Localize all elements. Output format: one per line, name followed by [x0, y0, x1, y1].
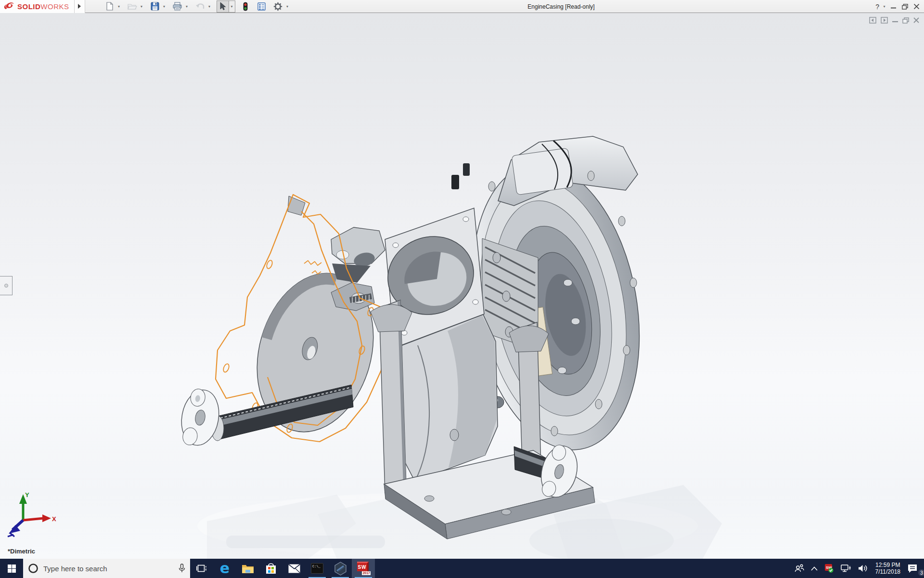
- select-tool-button[interactable]: [217, 0, 229, 13]
- mail-icon: [288, 564, 300, 573]
- open-dropdown[interactable]: ▾: [139, 0, 145, 13]
- sw-status-icon: SW: [824, 564, 834, 573]
- right-triangle-icon: [77, 3, 81, 9]
- clock-time: 12:59 PM: [875, 562, 900, 568]
- start-button[interactable]: [0, 559, 23, 578]
- engine-casing-model[interactable]: [0, 13, 924, 559]
- edge-icon: e: [220, 561, 230, 576]
- show-right-pane-button[interactable]: [881, 17, 888, 24]
- tray-chevron-button[interactable]: [808, 559, 821, 578]
- rebuild-button[interactable]: [239, 0, 252, 13]
- minimize-icon: [891, 4, 896, 9]
- triad-x-label: X: [52, 515, 56, 523]
- new-document-button[interactable]: [103, 0, 116, 13]
- brand-solid: SOLID: [17, 2, 40, 11]
- show-left-pane-button[interactable]: [869, 17, 876, 24]
- menu-flyout-arrow[interactable]: [75, 0, 85, 13]
- people-icon: [795, 564, 804, 573]
- windows-taskbar: e C:\_: [0, 559, 924, 578]
- file-explorer-button[interactable]: [236, 559, 259, 578]
- help-button[interactable]: ?: [873, 3, 881, 11]
- network-tray-button[interactable]: [837, 559, 855, 578]
- document-title: EngineCasing [Read-only]: [527, 0, 594, 13]
- save-floppy-icon: [151, 2, 159, 11]
- quick-access-toolbar: ▾ ▾ ▾: [103, 0, 291, 13]
- pin-dot-icon: [4, 284, 8, 288]
- help-dropdown[interactable]: ▾: [881, 0, 887, 13]
- store-icon: [266, 563, 276, 574]
- file-explorer-icon: [242, 564, 254, 574]
- people-button[interactable]: [791, 559, 808, 578]
- speaker-icon: [858, 564, 868, 573]
- taskbar-search[interactable]: [23, 559, 190, 578]
- solidworks-window: SOLIDWORKS ▾ ▾: [0, 0, 924, 578]
- model-bolt[interactable]: [451, 175, 459, 189]
- select-tool-dropdown[interactable]: ▾: [229, 0, 235, 13]
- edge-button[interactable]: e: [213, 559, 236, 578]
- undo-arrow-icon: [195, 2, 205, 10]
- clock-date: 7/11/2018: [875, 568, 901, 575]
- new-document-dropdown[interactable]: ▾: [116, 0, 122, 13]
- window-controls: ? ▾: [873, 0, 922, 13]
- tray-clock[interactable]: 12:59 PM 7/11/2018: [872, 562, 905, 575]
- graphics-area[interactable]: Y X *Dimetric: [0, 13, 924, 559]
- taskbar-empty-space: [375, 559, 791, 578]
- hexagon-app-button[interactable]: [329, 559, 352, 578]
- task-view-icon: [196, 564, 207, 573]
- mail-button[interactable]: [282, 559, 306, 578]
- close-icon: [914, 4, 919, 9]
- brand-works: WORKS: [40, 2, 69, 11]
- print-dropdown[interactable]: ▾: [184, 0, 190, 13]
- solidworks-monitor-tray[interactable]: SW: [821, 559, 837, 578]
- chevron-up-icon: [811, 566, 818, 571]
- cortana-icon: [28, 563, 38, 574]
- microsoft-store-button[interactable]: [259, 559, 282, 578]
- undo-button[interactable]: [194, 0, 206, 13]
- system-tray: SW 12:: [791, 559, 924, 578]
- traffic-light-icon: [243, 2, 248, 11]
- command-prompt-button[interactable]: C:\_: [306, 559, 329, 578]
- doc-close-button[interactable]: [913, 17, 919, 23]
- triad-y-label: Y: [25, 491, 29, 499]
- solidworks-taskbar-button[interactable]: SW 2017: [352, 559, 375, 578]
- model-bolt[interactable]: [463, 163, 470, 176]
- close-button[interactable]: [911, 0, 922, 13]
- restore-icon: [902, 4, 908, 10]
- restore-button[interactable]: [899, 0, 911, 13]
- solidworks-logo[interactable]: SOLIDWORKS: [0, 0, 75, 13]
- gear-icon: [273, 2, 282, 11]
- windows-logo-icon: [8, 565, 16, 573]
- print-button[interactable]: [171, 0, 184, 13]
- options-button[interactable]: [272, 0, 284, 13]
- view-orientation-label: *Dimetric: [8, 548, 35, 555]
- title-bar: SOLIDWORKS ▾ ▾: [0, 0, 924, 13]
- volume-tray-button[interactable]: [855, 559, 872, 578]
- ds-swoosh-icon: [3, 1, 15, 11]
- open-folder-icon: [128, 2, 137, 10]
- doc-minimize-button[interactable]: [892, 17, 898, 23]
- hexagon-app-icon: [334, 562, 347, 576]
- microphone-icon[interactable]: [179, 564, 185, 573]
- action-center-icon: [908, 564, 917, 573]
- options-dropdown[interactable]: ▾: [284, 0, 291, 13]
- task-view-button[interactable]: [190, 559, 213, 578]
- properties-list-icon: [257, 2, 266, 11]
- search-input[interactable]: [43, 565, 179, 573]
- document-window-controls: [869, 17, 919, 24]
- undo-dropdown[interactable]: ▾: [206, 0, 213, 13]
- file-properties-button[interactable]: [256, 0, 268, 13]
- solidworks-2017-icon: SW 2017: [356, 562, 371, 575]
- collapsed-pane-tab[interactable]: [0, 276, 13, 295]
- command-prompt-icon: C:\_: [311, 563, 323, 574]
- cursor-arrow-icon: [219, 2, 226, 11]
- notification-badge: 3: [918, 569, 924, 576]
- doc-restore-button[interactable]: [902, 17, 909, 24]
- save-button[interactable]: [149, 0, 161, 13]
- sw-year-label: 2017: [362, 571, 371, 575]
- network-icon: [841, 564, 851, 573]
- sw-cube-face: SW: [357, 562, 369, 571]
- save-dropdown[interactable]: ▾: [161, 0, 167, 13]
- action-center-button[interactable]: 3: [904, 559, 924, 578]
- minimize-button[interactable]: [887, 0, 899, 13]
- open-button[interactable]: [126, 0, 139, 13]
